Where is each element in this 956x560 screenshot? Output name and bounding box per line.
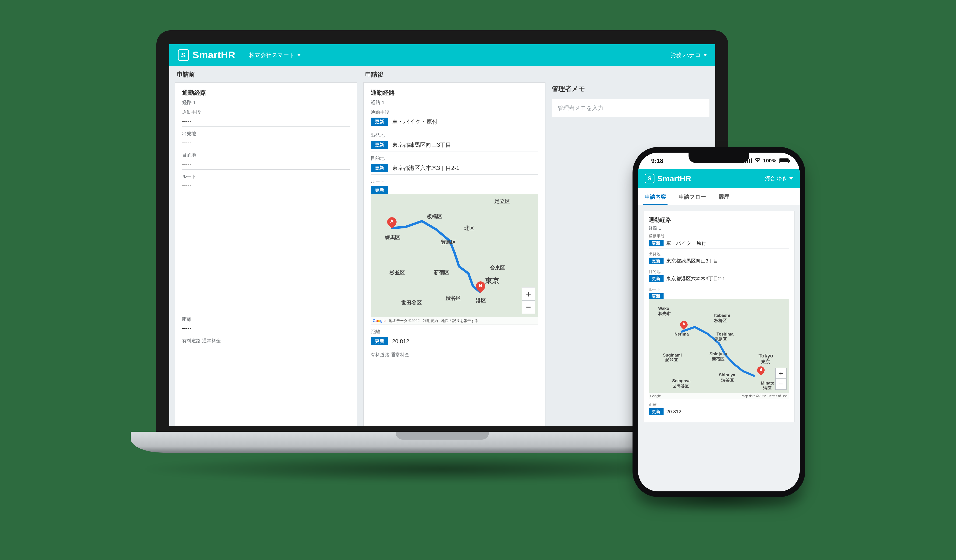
mobile-tabs: 申請内容 申請フロー 履歴 [638,188,800,205]
field-method: 通勤手段 更新 車・バイク・原付 [371,109,538,128]
route-number: 経路 1 [182,99,350,106]
field-value: ----- [182,160,350,169]
field-label: 有料道路 通常料金 [371,351,538,358]
field-route: ルート 更新 足立区 板橋区 北区 練馬区 豊島区 [371,178,538,325]
brand-logo[interactable]: S SmartHR [178,49,235,61]
field-dest: 目的地 更新 東京都港区六本木3丁目2-1 [371,155,538,174]
field-value: ----- [182,181,350,191]
map-ward-label: 東京 [485,276,499,285]
after-card: 通勤経路 経路 1 通勤手段 更新 車・バイク・原付 出発地 [363,82,546,426]
chevron-down-icon [789,177,793,180]
mobile-app: 9:18 100% S SmartHR 河合 ゆき 申請内容 申請フロー 履歴 [638,152,800,491]
field-value: 東京都練馬区向山3丁目 [666,257,718,264]
field-label: 通勤手段 [649,234,789,239]
map-attribution: Google 地図データ ©2022 利用規約 地図の誤りを報告する [371,317,538,325]
zoom-out-button[interactable]: − [522,301,535,314]
field-toll: 有料道路 通常料金 [371,351,538,358]
map-data-label: Map data ©2022 [742,394,766,398]
field-value: 車・バイク・原付 [666,240,706,246]
field-distance: 距離 更新 20.812 [649,402,789,417]
field-value: 東京都港区六本木3丁目2-1 [666,275,725,282]
desktop-topbar: S SmartHR 株式会社スマート 労務 ハナコ [169,44,715,66]
field-distance: 距離 更新 20.812 [371,329,538,348]
update-badge: 更新 [371,186,388,194]
update-badge: 更新 [649,257,664,264]
map-ward-label: Shinjuku [709,351,727,356]
field-dest: 目的地 更新 東京都港区六本木3丁目2-1 [649,269,789,284]
memo-title: 管理者メモ [552,85,710,93]
field-value: 東京都練馬区向山3丁目 [392,141,451,149]
zoom-in-button[interactable]: ＋ [522,287,535,301]
memo-input[interactable]: 管理者メモを入力 [552,99,710,117]
map-ward-label: 豊島区 [714,336,727,342]
section-title: 通勤経路 [182,89,350,97]
map-ward-label: 和光市 [658,311,671,317]
tab-flow[interactable]: 申請フロー [677,188,708,205]
map-pin-a: A [387,217,396,229]
field-label: ルート [649,287,789,292]
field-origin: 出発地 更新 東京都練馬区向山3丁目 [371,132,538,151]
map-ward-label: 渋谷区 [721,377,734,383]
map-data-label: 地図データ ©2022 [389,318,420,323]
map-ward-label: 東京 [761,359,770,365]
map-zoom-controls: ＋ − [522,287,535,314]
map-pin-b: B [757,366,765,376]
field-label: 距離 [371,329,538,335]
section-title: 通勤経路 [649,216,789,224]
zoom-out-button[interactable]: − [775,379,786,389]
brand-text: SmartHR [193,49,235,61]
map-terms-link[interactable]: 利用規約 [423,318,438,323]
route-line-icon [371,195,538,325]
update-badge: 更新 [371,141,388,149]
map-ward-label: 新宿区 [434,269,449,276]
phone-device: 9:18 100% S SmartHR 河合 ゆき 申請内容 申請フロー 履歴 [632,147,805,497]
field-route: ルート ----- [182,173,350,191]
map-ward-label: 板橋区 [427,213,442,220]
map-ward-label: 渋谷区 [445,295,461,302]
before-title: 申請前 [175,66,357,82]
map-ward-label: 港区 [763,386,772,391]
tab-history[interactable]: 履歴 [717,188,731,205]
status-right: 100% [745,158,789,164]
update-badge: 更新 [649,293,664,299]
map-ward-label: 世田谷区 [401,300,422,306]
map-report-link[interactable]: 地図の誤りを報告する [441,318,478,323]
google-logo-icon: Google [650,394,661,398]
field-route: ルート 更新 Wako 和光市 Itabashi 板橋区 Nerima Tosh… [649,287,789,399]
update-badge: 更新 [371,118,388,126]
field-label: 目的地 [182,152,350,158]
user-dropdown[interactable]: 労務 ハナコ [671,51,707,59]
field-value: 車・バイク・原付 [392,118,438,125]
brand-text: SmartHR [657,174,691,183]
update-badge: 更新 [649,240,664,246]
field-distance: 距離 ----- [182,316,350,334]
map-ward-label: 杉並区 [390,269,405,276]
map-pin-b: B [476,281,485,293]
phone-notch [689,152,749,163]
map-ward-label: 豊島区 [441,239,456,246]
battery-icon [779,158,789,163]
field-value-row: 更新 20.812 [371,336,538,348]
google-logo-icon: Google [373,319,385,323]
field-label: 目的地 [371,155,538,162]
zoom-in-button[interactable]: ＋ [775,368,786,379]
field-label: 出発地 [182,130,350,137]
mobile-topbar: S SmartHR 河合 ゆき [638,169,800,188]
map-ward-label: Shibuya [719,373,735,378]
update-badge: 更新 [371,164,388,172]
field-label: ルート [371,178,538,185]
company-dropdown[interactable]: 株式会社スマート [249,51,301,59]
field-value: ----- [182,324,350,334]
tab-content[interactable]: 申請内容 [643,188,668,205]
field-method: 通勤手段 更新 車・バイク・原付 [649,234,789,248]
company-name: 株式会社スマート [249,51,295,59]
route-map[interactable]: 足立区 板橋区 北区 練馬区 豊島区 杉並区 新宿区 台東区 東京 世田谷区 渋 [371,194,538,325]
field-label: 目的地 [649,269,789,275]
user-dropdown[interactable]: 河合 ゆき [765,175,793,182]
map-terms-link[interactable]: Terms of Use [768,394,788,398]
mobile-card: 通勤経路 経路 1 通勤手段 更新 車・バイク・原付 出発地 更新 東京都練馬区… [643,211,794,422]
map-ward-label: 新宿区 [712,356,725,362]
map-ward-label: Wako [658,306,669,311]
route-map[interactable]: Wako 和光市 Itabashi 板橋区 Nerima Toshima 豊島区… [649,299,789,399]
field-value: ----- [182,138,350,148]
